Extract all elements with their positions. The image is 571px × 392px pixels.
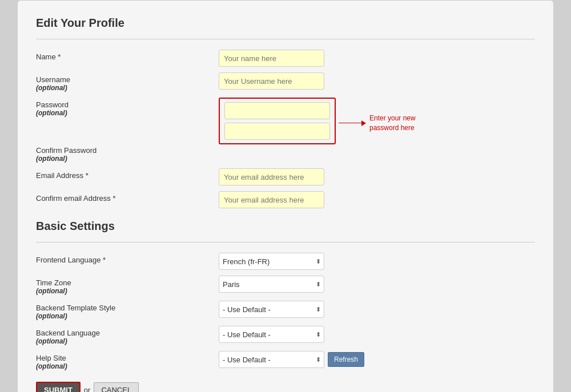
help-site-select[interactable]: - Use Default - [219,351,324,368]
arrow-head-icon [361,120,366,126]
password-input[interactable] [224,102,330,119]
password-label: Password (optional) Confirm Password (op… [36,98,219,163]
username-field [219,72,535,90]
refresh-button[interactable]: Refresh [328,352,364,367]
backend-template-label: Backend Template Style (optional) [36,301,219,320]
email-label: Email Address * [36,168,219,180]
confirm-email-row: Confirm email Address * [36,191,535,208]
email-input[interactable] [219,168,324,185]
profile-panel: Edit Your Profile Name * Username (optio… [17,0,554,392]
timezone-row: Time Zone (optional) Paris London New Yo… [36,276,535,295]
backend-template-field: - Use Default - [219,301,535,318]
timezone-label: Time Zone (optional) [36,276,219,295]
help-site-select-wrapper: - Use Default - [219,351,324,368]
backend-language-select[interactable]: - Use Default - [219,326,324,343]
divider-2 [36,242,535,243]
basic-settings-section: Basic Settings Frontend Language * Frenc… [36,220,535,370]
bottom-actions: SUBMIT or CANCEL [36,382,535,392]
confirm-email-input[interactable] [219,191,324,208]
confirm-email-label: Confirm email Address * [36,191,219,203]
backend-language-field: - Use Default - [219,326,535,343]
backend-language-row: Backend Language (optional) - Use Defaul… [36,326,535,345]
backend-language-label: Backend Language (optional) [36,326,219,345]
timezone-field: Paris London New York Tokyo [219,276,535,293]
name-row: Name * [36,50,535,67]
frontend-language-field: French (fr-FR) English (en-US) Spanish (… [219,253,535,270]
backend-language-select-wrapper: - Use Default - [219,326,324,343]
frontend-language-row: Frontend Language * French (fr-FR) Engli… [36,253,535,270]
basic-settings-title: Basic Settings [36,220,535,233]
confirm-email-field [219,191,535,208]
username-label: Username (optional) [36,72,219,92]
backend-template-select[interactable]: - Use Default - [219,301,324,318]
divider-1 [36,39,535,39]
timezone-select-wrapper: Paris London New York Tokyo [219,276,324,293]
password-group [219,98,336,144]
arrow-line [339,123,361,123]
name-input[interactable] [219,50,324,67]
help-site-label: Help Site (optional) [36,351,219,370]
email-row: Email Address * [36,168,535,185]
frontend-language-select[interactable]: French (fr-FR) English (en-US) Spanish (… [219,253,324,270]
frontend-language-select-wrapper: French (fr-FR) English (en-US) Spanish (… [219,253,324,270]
backend-template-row: Backend Template Style (optional) - Use … [36,301,535,320]
or-text: or [84,386,91,392]
username-input[interactable] [219,72,324,90]
frontend-language-label: Frontend Language * [36,253,219,264]
help-site-row: Help Site (optional) - Use Default - Ref… [36,351,535,370]
email-field [219,168,535,185]
help-site-field: - Use Default - Refresh [219,351,535,368]
tooltip-arrow-container: Enter your new password here [339,114,421,133]
timezone-select[interactable]: Paris London New York Tokyo [219,276,324,293]
password-row: Password (optional) Confirm Password (op… [36,98,535,163]
password-field: Enter your new password here [219,98,535,144]
username-row: Username (optional) [36,72,535,92]
backend-template-select-wrapper: - Use Default - [219,301,324,318]
confirm-password-input[interactable] [224,123,330,140]
submit-button[interactable]: SUBMIT [36,382,81,392]
name-field [219,50,535,67]
page-title: Edit Your Profile [36,17,535,30]
password-tooltip: Enter your new password here [369,114,421,133]
cancel-button[interactable]: CANCEL [94,382,139,392]
name-label: Name * [36,50,219,61]
